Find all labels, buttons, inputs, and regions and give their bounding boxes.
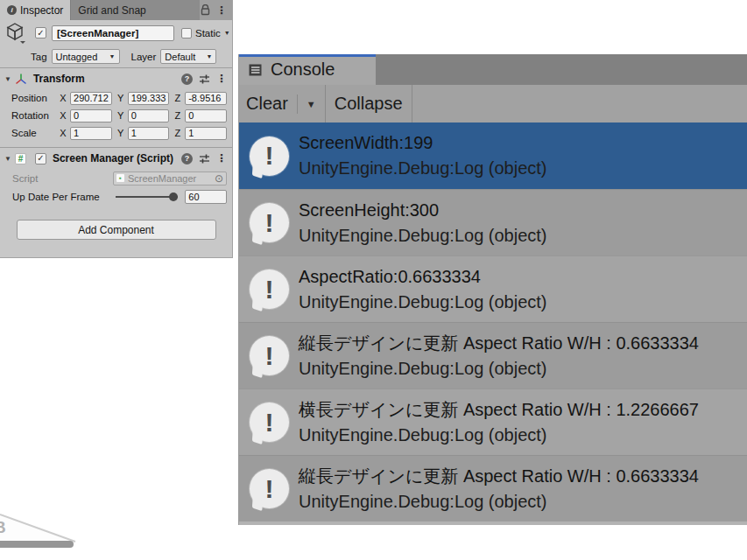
console-panel: Console Clear ▼ Collapse ! ScreenWidth:1… bbox=[238, 54, 747, 525]
log-stacktrace: UnityEngine.Debug:Log (object) bbox=[299, 223, 547, 248]
log-stacktrace: UnityEngine.Debug:Log (object) bbox=[299, 489, 699, 514]
corner-fragment: B bbox=[0, 512, 81, 554]
log-info-icon: ! bbox=[250, 270, 289, 309]
log-info-icon: ! bbox=[250, 136, 289, 176]
static-label: Static bbox=[195, 28, 221, 38]
tab-console-label: Console bbox=[271, 60, 335, 80]
exclamation-icon: ! bbox=[265, 474, 274, 504]
static-checkbox[interactable]: ✓ bbox=[181, 28, 192, 38]
console-bottom-strip bbox=[239, 522, 747, 525]
collapse-button[interactable]: Collapse bbox=[326, 85, 412, 122]
axis-x-label: X bbox=[60, 93, 67, 103]
foldout-icon[interactable]: ▼ bbox=[4, 75, 11, 83]
console-log-entry[interactable]: ! 横長デザインに更新 Aspect Ratio W/H : 1.2266667… bbox=[239, 388, 747, 455]
console-icon bbox=[248, 62, 264, 78]
axis-x-label: X bbox=[60, 128, 67, 138]
log-info-icon: ! bbox=[250, 402, 289, 442]
inspector-menu-icon[interactable]: ⋮ bbox=[216, 5, 227, 16]
inspector-tabbar-right: ⋮ bbox=[200, 0, 232, 20]
log-stacktrace: UnityEngine.Debug:Log (object) bbox=[299, 423, 699, 448]
exclamation-icon: ! bbox=[265, 408, 274, 438]
script-object-value: ScreenManager bbox=[128, 173, 196, 184]
console-log-entry[interactable]: ! AspectRatio:0.6633334 UnityEngine.Debu… bbox=[239, 256, 747, 322]
position-x-field[interactable]: 290.712 bbox=[70, 92, 112, 105]
transform-title: Transform bbox=[33, 73, 85, 85]
log-message: 横長デザインに更新 Aspect Ratio W/H : 1.2266667 bbox=[299, 397, 699, 423]
clear-dropdown-icon[interactable]: ▼ bbox=[298, 85, 325, 122]
axis-y-label: Y bbox=[117, 110, 125, 121]
exclamation-icon: ! bbox=[265, 275, 274, 304]
tab-grid-and-snap[interactable]: Grid and Snap bbox=[70, 0, 200, 20]
chevron-down-icon: ▼ bbox=[106, 53, 116, 60]
scale-z-field[interactable]: 1 bbox=[185, 127, 227, 140]
tab-grid-and-snap-label: Grid and Snap bbox=[78, 4, 145, 17]
tab-console[interactable]: Console bbox=[239, 54, 376, 85]
toolbar-separator bbox=[412, 85, 412, 122]
rotation-y-field[interactable]: 0 bbox=[128, 109, 170, 122]
inspector-panel: i Inspector Grid and Snap ⋮ ✓ [ScreenMan… bbox=[0, 0, 233, 258]
update-per-frame-label: Up Date Per Frame bbox=[12, 192, 112, 202]
layer-dropdown[interactable]: Default ▼ bbox=[160, 49, 216, 64]
help-icon[interactable]: ? bbox=[181, 153, 193, 164]
console-log-entry[interactable]: ! 縦長デザインに更新 Aspect Ratio W/H : 0.6633334… bbox=[239, 455, 747, 522]
script-icon: # bbox=[15, 153, 26, 164]
position-z-field[interactable]: -8.9516 bbox=[185, 92, 227, 105]
position-y-field[interactable]: 199.333 bbox=[128, 92, 170, 105]
console-log-entry[interactable]: ! ScreenHeight:300 UnityEngine.Debug:Log… bbox=[239, 189, 747, 256]
axis-x-label: X bbox=[60, 110, 67, 121]
foldout-icon[interactable]: ▼ bbox=[4, 155, 11, 163]
component-menu-icon[interactable]: ⋮ bbox=[216, 153, 227, 164]
log-stacktrace: UnityEngine.Debug:Log (object) bbox=[299, 356, 699, 382]
presets-icon[interactable] bbox=[199, 74, 210, 85]
screen-manager-title: Screen Manager (Script) bbox=[53, 152, 173, 164]
gameobject-name-field[interactable]: [ScreenManager] bbox=[52, 25, 174, 41]
log-message: 縦長デザインに更新 Aspect Ratio W/H : 0.6633334 bbox=[299, 464, 699, 489]
log-stacktrace: UnityEngine.Debug:Log (object) bbox=[299, 290, 547, 315]
script-object-field[interactable]: ▪ ScreenManager ⊙ bbox=[113, 172, 227, 186]
script-field-row: Script ▪ ScreenManager ⊙ bbox=[0, 169, 232, 187]
log-message: 縦長デザインに更新 Aspect Ratio W/H : 0.6633334 bbox=[299, 331, 699, 356]
console-tabbar: Console bbox=[239, 54, 747, 85]
script-label: Script bbox=[12, 173, 38, 184]
component-enabled-checkbox[interactable]: ✓ bbox=[35, 153, 46, 164]
presets-icon[interactable] bbox=[199, 153, 210, 164]
layer-label: Layer bbox=[131, 52, 157, 62]
rotation-x-field[interactable]: 0 bbox=[70, 109, 112, 122]
update-per-frame-row: Up Date Per Frame 60 bbox=[0, 187, 232, 206]
scale-y-field[interactable]: 1 bbox=[128, 127, 170, 140]
clear-button[interactable]: Clear bbox=[239, 85, 297, 122]
log-stacktrace: UnityEngine.Debug:Log (object) bbox=[299, 156, 547, 181]
lock-icon[interactable] bbox=[201, 4, 210, 16]
update-per-frame-value-field[interactable]: 60 bbox=[185, 190, 227, 204]
exclamation-icon: ! bbox=[265, 141, 274, 171]
slider-handle[interactable] bbox=[169, 192, 178, 201]
transform-icon bbox=[15, 73, 27, 85]
scale-label: Scale bbox=[11, 128, 60, 138]
add-component-button[interactable]: Add Component bbox=[17, 220, 216, 240]
tab-inspector[interactable]: i Inspector bbox=[0, 0, 70, 20]
gameobject-active-checkbox[interactable]: ✓ bbox=[35, 27, 46, 38]
help-icon[interactable]: ? bbox=[181, 74, 193, 85]
tag-layer-row: Tag Untagged ▼ Layer Default ▼ bbox=[0, 46, 232, 67]
transform-menu-icon[interactable]: ⋮ bbox=[216, 74, 227, 84]
gameobject-row: ✓ [ScreenManager] ✓ Static ▼ bbox=[0, 20, 232, 46]
scale-x-field[interactable]: 1 bbox=[70, 127, 112, 140]
rotation-z-field[interactable]: 0 bbox=[185, 109, 227, 122]
fragment-letter: B bbox=[0, 518, 6, 536]
gameobject-cube-icon[interactable] bbox=[3, 21, 29, 45]
console-log-entry[interactable]: ! ScreenWidth:199 UnityEngine.Debug:Log … bbox=[239, 122, 747, 189]
static-dropdown-icon[interactable]: ▼ bbox=[224, 30, 230, 36]
console-log-entry[interactable]: ! 縦長デザインに更新 Aspect Ratio W/H : 0.6633334… bbox=[239, 322, 747, 388]
screen-manager-header[interactable]: ▼ # ✓ Screen Manager (Script) ? ⋮ bbox=[0, 147, 232, 169]
layer-value: Default bbox=[165, 52, 195, 62]
console-toolbar: Clear ▼ Collapse bbox=[239, 85, 747, 122]
rotation-row: Rotation X 0 Y 0 Z 0 bbox=[0, 107, 232, 124]
object-picker-icon[interactable]: ⊙ bbox=[215, 173, 223, 184]
position-row: Position X 290.712 Y 199.333 Z -8.9516 bbox=[0, 89, 232, 107]
tab-inspector-label: Inspector bbox=[20, 4, 63, 17]
update-per-frame-slider[interactable] bbox=[116, 196, 178, 198]
axis-z-label: Z bbox=[174, 93, 182, 103]
transform-header[interactable]: ▼ Transform ? ⋮ bbox=[0, 67, 232, 89]
console-log-list: ! ScreenWidth:199 UnityEngine.Debug:Log … bbox=[239, 122, 747, 522]
tag-dropdown[interactable]: Untagged ▼ bbox=[52, 49, 120, 64]
